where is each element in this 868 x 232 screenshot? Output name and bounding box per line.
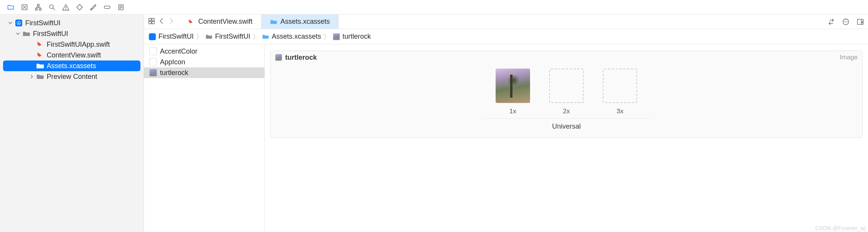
chevron-right-icon: 〉 (323, 32, 330, 41)
assets-icon (36, 62, 44, 70)
image-slots: 1x 2x 3x (271, 69, 862, 115)
chevron-right-icon[interactable] (29, 74, 34, 79)
tree-label: FirstSwiftUI (33, 30, 68, 38)
slot-2x[interactable]: 2x (549, 69, 584, 115)
tab-nav-controls (144, 15, 179, 29)
pill-icon[interactable] (102, 2, 113, 13)
project-navigator: ⦿ FirstSwiftUI FirstSwiftUI FirstSwiftUI… (0, 15, 144, 232)
tree-row-project[interactable]: ⦿ FirstSwiftUI (3, 18, 140, 28)
folder-icon (22, 29, 31, 38)
universal-group: Universal (482, 118, 651, 131)
chevron-right-icon: 〉 (253, 32, 259, 41)
chevron-down-icon[interactable] (15, 31, 21, 36)
forward-icon[interactable] (168, 17, 175, 26)
box-x-icon[interactable] (19, 2, 30, 13)
slot-label: 2x (563, 108, 570, 115)
image-thumb-icon (275, 54, 282, 61)
app-icon (148, 33, 156, 41)
svg-rect-19 (149, 33, 156, 40)
ellipsis-icon[interactable] (840, 16, 851, 27)
jumpbar-assets[interactable]: Assets.xcassets (262, 33, 321, 41)
asset-catalog-editor: AccentColor AppIcon turtlerock turtl (144, 44, 868, 232)
slot-empty-3x[interactable] (603, 69, 637, 103)
chevron-down-icon[interactable] (8, 20, 13, 26)
tree-row-folder[interactable]: FirstSwiftUI (3, 28, 140, 39)
tree-label: Assets.xcassets (47, 62, 96, 70)
diamond-icon[interactable] (74, 2, 85, 13)
jumpbar-image[interactable]: turtlerock (333, 33, 371, 41)
search-icon[interactable] (47, 2, 57, 13)
imageset-box: turtlerock Image 1x 2x (270, 51, 863, 138)
tree-label: ContentView.swift (47, 51, 101, 59)
asset-canvas: turtlerock Image 1x 2x (265, 44, 868, 232)
app-icon: ⦿ (15, 19, 23, 27)
jumpbar-folder[interactable]: FirstSwiftUI (205, 33, 250, 41)
warning-icon[interactable] (60, 2, 71, 13)
jumpbar-project[interactable]: FirstSwiftUI (148, 33, 194, 41)
navigator-toolbar (0, 0, 868, 15)
brush-icon[interactable] (88, 2, 99, 13)
tab-bar: ContentView.swift Assets.xcassets (144, 15, 868, 29)
svg-point-16 (845, 21, 846, 22)
add-panel-icon[interactable] (855, 16, 866, 27)
folder-icon (36, 72, 44, 81)
tree-label: FirstSwiftUIApp.swift (47, 41, 110, 49)
back-icon[interactable] (158, 17, 165, 26)
slot-3x[interactable]: 3x (603, 69, 637, 115)
watermark: CSDN @Forever_wj (815, 225, 866, 231)
folder-icon[interactable] (5, 2, 16, 13)
svg-rect-11 (152, 18, 154, 20)
hierarchy-icon[interactable] (33, 2, 44, 13)
slot-label: 1x (509, 108, 516, 115)
color-thumb-icon (149, 47, 157, 55)
tab-contentview[interactable]: ContentView.swift (179, 15, 261, 29)
jump-bar[interactable]: FirstSwiftUI 〉 FirstSwiftUI 〉 Assets.xca… (144, 29, 868, 44)
chevron-right-icon: 〉 (196, 32, 203, 41)
imageset-header: turtlerock Image (271, 51, 862, 64)
main-area: ⦿ FirstSwiftUI FirstSwiftUI FirstSwiftUI… (0, 15, 868, 232)
editor-right-controls (826, 15, 868, 29)
svg-rect-10 (149, 18, 151, 20)
svg-point-4 (49, 5, 53, 8)
tree-row-assets[interactable]: Assets.xcassets (3, 60, 140, 71)
asset-item-accentcolor[interactable]: AccentColor (144, 46, 264, 57)
svg-text:⦿: ⦿ (16, 21, 21, 26)
swift-icon (36, 51, 44, 59)
svg-rect-13 (152, 21, 154, 23)
toolbar-left-group (3, 2, 126, 13)
related-items-icon[interactable] (148, 17, 155, 26)
folder-icon (205, 33, 213, 41)
universal-label: Universal (552, 123, 581, 131)
slot-empty-2x[interactable] (549, 69, 584, 103)
slot-1x[interactable]: 1x (496, 69, 530, 115)
tree-label: Preview Content (47, 73, 97, 81)
asset-outline: AccentColor AppIcon turtlerock (144, 44, 265, 232)
imageset-title: turtlerock (285, 54, 317, 62)
appicon-thumb-icon (149, 58, 157, 66)
tree-row-file[interactable]: ContentView.swift (3, 50, 140, 60)
swift-icon (188, 18, 195, 26)
asset-item-turtlerock[interactable]: turtlerock (144, 67, 264, 78)
svg-rect-6 (104, 6, 110, 8)
tab-assets[interactable]: Assets.xcassets (261, 15, 339, 29)
image-thumb-icon (149, 69, 157, 77)
swift-icon (36, 40, 44, 49)
tree-row-file[interactable]: FirstSwiftUIApp.swift (3, 39, 140, 50)
tab-label: ContentView.swift (198, 18, 253, 26)
svg-point-15 (844, 21, 845, 22)
imageset-kind: Image (840, 54, 858, 61)
tab-label: Assets.xcassets (281, 18, 330, 26)
svg-point-5 (91, 9, 92, 10)
editor-area: ContentView.swift Assets.xcassets FirstS… (144, 15, 868, 232)
tree-row-folder[interactable]: Preview Content (3, 71, 140, 82)
svg-point-17 (847, 21, 847, 22)
image-icon (333, 33, 340, 41)
assets-icon (270, 18, 277, 26)
swap-icon[interactable] (826, 16, 837, 27)
slot-thumb-1x[interactable] (496, 69, 530, 103)
notes-icon[interactable] (116, 2, 126, 13)
tree-label: FirstSwiftUI (25, 19, 60, 27)
assets-icon (262, 33, 269, 41)
slot-label: 3x (617, 108, 623, 115)
asset-item-appicon[interactable]: AppIcon (144, 57, 264, 67)
